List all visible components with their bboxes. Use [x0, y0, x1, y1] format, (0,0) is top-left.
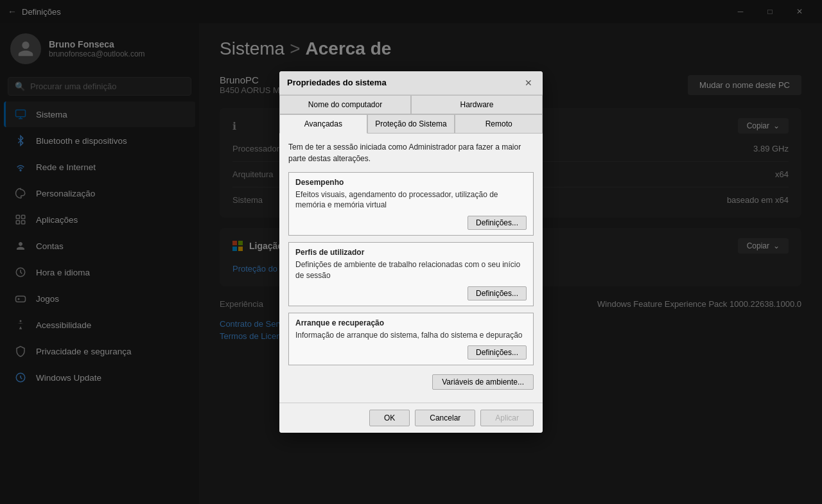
tab-avancadas[interactable]: Avançadas [279, 114, 367, 134]
dialog-cancel-button[interactable]: Cancelar [415, 410, 475, 426]
dialog-titlebar: Propriedades do sistema ✕ [279, 71, 543, 95]
dialog-footer: OK Cancelar Aplicar [279, 403, 543, 433]
group-perfis-desc: Definições de ambiente de trabalho relac… [295, 259, 527, 281]
group-perfis-title: Perfis de utilizador [295, 248, 527, 257]
group-desempenho-title: Desempenho [295, 178, 527, 187]
group-perfis-btn[interactable]: Definições... [468, 286, 527, 300]
env-vars-row: Variáveis de ambiente... [288, 372, 534, 395]
dialog-tabs-row2: Avançadas Proteção do Sistema Remoto [279, 114, 543, 134]
dialog-apply-button[interactable]: Aplicar [480, 410, 534, 426]
group-desempenho-desc: Efeitos visuais, agendamento do processa… [295, 189, 527, 211]
dialog-content: Tem de ter a sessão iniciada como Admini… [279, 134, 543, 403]
tab-hardware[interactable]: Hardware [411, 95, 543, 114]
group-arranque: Arranque e recuperação Informação de arr… [288, 313, 534, 366]
dialog-note: Tem de ter a sessão iniciada como Admini… [288, 141, 534, 164]
dialog-close-button[interactable]: ✕ [522, 76, 535, 89]
tab-nome-computador[interactable]: Nome do computador [279, 95, 411, 114]
dialog-title: Propriedades do sistema [287, 78, 387, 87]
system-properties-dialog: Propriedades do sistema ✕ Nome do comput… [279, 71, 543, 433]
group-arranque-btn[interactable]: Definições... [468, 345, 527, 360]
env-vars-button[interactable]: Variáveis de ambiente... [432, 374, 534, 390]
group-perfis: Perfis de utilizador Definições de ambie… [288, 242, 534, 306]
group-desempenho-btn[interactable]: Definições... [468, 216, 527, 230]
dialog-tabs-row1: Nome do computador Hardware [279, 95, 543, 114]
dialog-overlay: Propriedades do sistema ✕ Nome do comput… [0, 0, 822, 504]
group-arranque-desc: Informação de arranque do sistema, falha… [295, 330, 527, 341]
dialog-ok-button[interactable]: OK [369, 410, 410, 426]
group-arranque-title: Arranque e recuperação [295, 318, 527, 327]
group-desempenho: Desempenho Efeitos visuais, agendamento … [288, 172, 534, 236]
tab-protecao[interactable]: Proteção do Sistema [367, 114, 455, 134]
tab-remoto[interactable]: Remoto [455, 114, 543, 134]
